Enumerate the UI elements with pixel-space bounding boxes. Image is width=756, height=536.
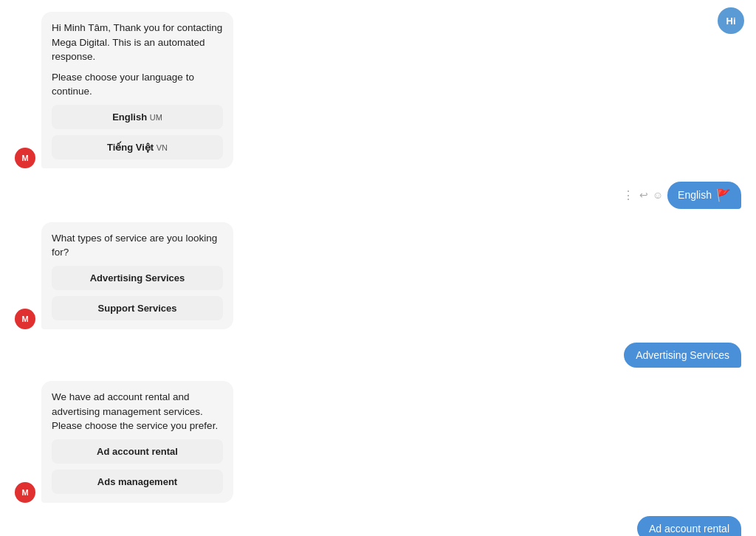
- bot-avatar: M: [15, 148, 35, 168]
- more-actions-icon[interactable]: ⋮: [622, 188, 635, 202]
- bot-service-row: M What types of service are you looking …: [15, 222, 741, 329]
- bot-avatar-2: M: [15, 309, 35, 329]
- bot-service-bubble: What types of service are you looking fo…: [41, 222, 233, 329]
- vietnamese-option-button[interactable]: Tiếng Việt VN: [52, 135, 223, 159]
- user-ad-rental-bubble: Ad account rental: [637, 516, 741, 536]
- english-flag-icon: 🚩: [716, 188, 731, 202]
- ad-intro-text: We have ad account rental and advertisin…: [52, 390, 223, 433]
- bot-greeting-bubble: Hi Minh Tâm, Thank you for contacting Me…: [41, 12, 233, 168]
- user-english-reply-row: ⋮ ↩ ☺ English 🚩: [15, 182, 741, 209]
- user-advertising-row: Advertising Services: [15, 343, 741, 368]
- bot-ad-bubble: We have ad account rental and advertisin…: [41, 381, 233, 503]
- hi-bubble-top: Hi: [718, 7, 744, 34]
- user-ad-rental-row: Ad account rental: [15, 516, 741, 536]
- english-reply-text: English: [678, 189, 712, 201]
- ad-rental-button[interactable]: Ad account rental: [52, 439, 223, 464]
- language-prompt-text: Please choose your language to continue.: [52, 70, 223, 99]
- support-services-button[interactable]: Support Services: [52, 296, 223, 320]
- greeting-text: Hi Minh Tâm, Thank you for contacting Me…: [52, 21, 223, 64]
- user-advertising-bubble: Advertising Services: [624, 343, 741, 368]
- service-question-text: What types of service are you looking fo…: [52, 231, 223, 260]
- user-english-bubble: English 🚩: [667, 182, 741, 209]
- ads-management-button[interactable]: Ads management: [52, 470, 223, 494]
- advertising-services-button[interactable]: Advertising Services: [52, 266, 223, 290]
- chat-container: M Hi Minh Tâm, Thank you for contacting …: [0, 0, 756, 536]
- bot-greeting-row: M Hi Minh Tâm, Thank you for contacting …: [15, 12, 741, 168]
- emoji-icon[interactable]: ☺: [653, 189, 663, 201]
- reply-icon[interactable]: ↩: [639, 189, 648, 201]
- bot-ad-row: M We have ad account rental and advertis…: [15, 381, 741, 503]
- english-option-button[interactable]: English UM: [52, 105, 223, 129]
- bot-avatar-3: M: [15, 482, 35, 503]
